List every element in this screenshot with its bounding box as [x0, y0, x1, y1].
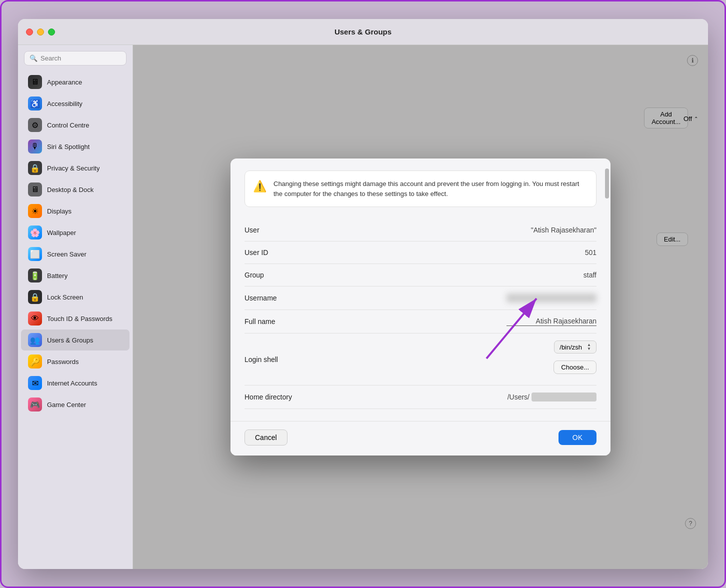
sidebar-item-privacy[interactable]: 🔒 Privacy & Security	[21, 158, 130, 178]
traffic-lights	[26, 28, 55, 36]
field-label-loginshell: Login shell	[244, 356, 278, 364]
minimize-button[interactable]	[37, 28, 44, 36]
internet-icon: ✉	[28, 376, 42, 390]
field-label-fullname: Full name	[244, 318, 275, 326]
field-user: User "Atish Rajasekharan"	[244, 219, 596, 242]
sidebar-item-appearance[interactable]: 🖥 Appearance	[21, 72, 130, 92]
window-title: Users & Groups	[334, 28, 392, 36]
field-value-fullname[interactable]: Atish Rajasekharan	[506, 317, 596, 326]
sidebar-item-touchid[interactable]: 👁 Touch ID & Passwords	[21, 308, 130, 329]
search-bar[interactable]: 🔍	[24, 51, 126, 66]
sidebar-item-lockscreen[interactable]: 🔒 Lock Screen	[21, 286, 130, 308]
sidebar-item-displays[interactable]: ☀ Displays	[21, 200, 130, 222]
field-value-userid: 501	[585, 248, 596, 256]
sidebar-item-users[interactable]: 👥 Users & Groups	[21, 330, 130, 350]
ok-button[interactable]: OK	[558, 430, 596, 445]
gamecenter-icon: 🎮	[28, 398, 42, 412]
stepper-arrows[interactable]: ▲ ▼	[587, 343, 591, 351]
modal-scrollbar[interactable]	[605, 164, 609, 450]
field-username: Username	[244, 286, 596, 310]
sidebar-label-privacy: Privacy & Security	[47, 164, 100, 172]
field-value-username	[506, 294, 596, 302]
sidebar-item-gamecenter[interactable]: 🎮 Game Center	[21, 394, 130, 415]
warning-icon: ⚠️	[253, 180, 266, 193]
sidebar-label-appearance: Appearance	[47, 78, 82, 86]
sidebar-label-siri: Siri & Spotlight	[47, 143, 90, 150]
sidebar-label-passwords: Passwords	[47, 358, 79, 366]
appearance-icon: 🖥	[28, 75, 42, 89]
touchid-icon: 👁	[28, 312, 42, 326]
lockscreen-icon: 🔒	[28, 290, 42, 304]
warning-box: ⚠️ Changing these settings might damage …	[244, 170, 596, 207]
field-value-user: "Atish Rajasekharan"	[531, 226, 596, 234]
sidebar-item-screensaver[interactable]: ⬜ Screen Saver	[21, 244, 130, 264]
sidebar-label-desktop: Desktop & Dock	[47, 186, 94, 194]
right-panel: ℹ Add Account... Off ⌃ Edit... ?	[133, 45, 708, 569]
sidebar-label-lockscreen: Lock Screen	[47, 294, 83, 301]
field-label-group: Group	[244, 271, 264, 279]
sidebar-item-battery[interactable]: 🔋 Battery	[21, 265, 130, 286]
title-bar: Users & Groups	[18, 19, 708, 45]
sidebar-item-control[interactable]: ⚙ Control Centre	[21, 114, 130, 136]
wallpaper-icon: 🌸	[28, 226, 42, 240]
field-label-user: User	[244, 226, 260, 234]
displays-icon: ☀	[28, 204, 42, 218]
screensaver-icon: ⬜	[28, 247, 42, 261]
maximize-button[interactable]	[48, 28, 55, 36]
close-button[interactable]	[26, 28, 33, 36]
sidebar-label-displays: Displays	[47, 208, 72, 215]
sidebar-item-wallpaper[interactable]: 🌸 Wallpaper	[21, 222, 130, 243]
sidebar-item-internet[interactable]: ✉ Internet Accounts	[21, 372, 130, 394]
field-value-homedirectory-blurred	[532, 392, 596, 402]
sidebar-label-accessibility: Accessibility	[47, 100, 82, 108]
field-label-homedirectory: Home directory	[244, 393, 292, 401]
warning-text: Changing these settings might damage thi…	[274, 179, 588, 198]
passwords-icon: 🔑	[28, 354, 42, 368]
shell-stepper[interactable]: /bin/zsh ▲ ▼	[554, 340, 596, 354]
modal-scrollbar-thumb	[605, 168, 609, 198]
field-fullname: Full name Atish Rajasekharan	[244, 310, 596, 334]
sidebar-label-gamecenter: Game Center	[47, 401, 86, 408]
sidebar-item-siri[interactable]: 🎙 Siri & Spotlight	[21, 136, 130, 157]
sidebar-label-wallpaper: Wallpaper	[47, 229, 76, 236]
field-loginshell: Login shell /bin/zsh ▲ ▼ Choose...	[244, 334, 596, 386]
sidebar-item-desktop[interactable]: 🖥 Desktop & Dock	[21, 179, 130, 200]
field-label-userid: User ID	[244, 248, 268, 256]
cancel-button[interactable]: Cancel	[244, 430, 288, 446]
search-input[interactable]	[40, 54, 121, 62]
content-area: 🔍 🖥 Appearance ♿ Accessibility ⚙ Control…	[18, 45, 708, 569]
modal-dialog: ⚠️ Changing these settings might damage …	[230, 158, 610, 456]
sidebar-label-users: Users & Groups	[47, 336, 93, 344]
sidebar-label-battery: Battery	[47, 272, 68, 280]
users-icon: 👥	[28, 333, 42, 347]
stepper-down-arrow[interactable]: ▼	[587, 347, 591, 351]
field-label-username: Username	[244, 294, 277, 302]
battery-icon: 🔋	[28, 268, 42, 282]
main-window: Users & Groups 🔍 🖥 Appearance ♿ Accessib…	[18, 19, 708, 569]
accessibility-icon: ♿	[28, 96, 42, 110]
control-icon: ⚙	[28, 118, 42, 132]
sidebar-item-accessibility[interactable]: ♿ Accessibility	[21, 93, 130, 114]
privacy-icon: 🔒	[28, 161, 42, 175]
choose-button[interactable]: Choose...	[554, 360, 596, 374]
sidebar-label-touchid: Touch ID & Passwords	[47, 315, 112, 322]
desktop-icon: 🖥	[28, 182, 42, 196]
sidebar-item-passwords[interactable]: 🔑 Passwords	[21, 351, 130, 372]
siri-icon: 🎙	[28, 140, 42, 154]
field-value-group: staff	[584, 271, 596, 279]
field-homedirectory: Home directory /Users/	[244, 386, 596, 409]
modal-backdrop: ⚠️ Changing these settings might damage …	[133, 45, 708, 569]
sidebar-label-screensaver: Screen Saver	[47, 250, 86, 258]
field-userid: User ID 501	[244, 242, 596, 264]
field-group: Group staff	[244, 264, 596, 286]
modal-content: ⚠️ Changing these settings might damage …	[230, 158, 610, 421]
modal-footer: Cancel OK	[230, 421, 610, 456]
sidebar: 🔍 🖥 Appearance ♿ Accessibility ⚙ Control…	[18, 45, 133, 569]
search-icon: 🔍	[30, 54, 38, 62]
shell-value: /bin/zsh	[560, 344, 582, 351]
sidebar-label-internet: Internet Accounts	[47, 380, 97, 387]
sidebar-label-control: Control Centre	[47, 122, 90, 129]
field-value-homedirectory-prefix: /Users/	[508, 393, 530, 401]
